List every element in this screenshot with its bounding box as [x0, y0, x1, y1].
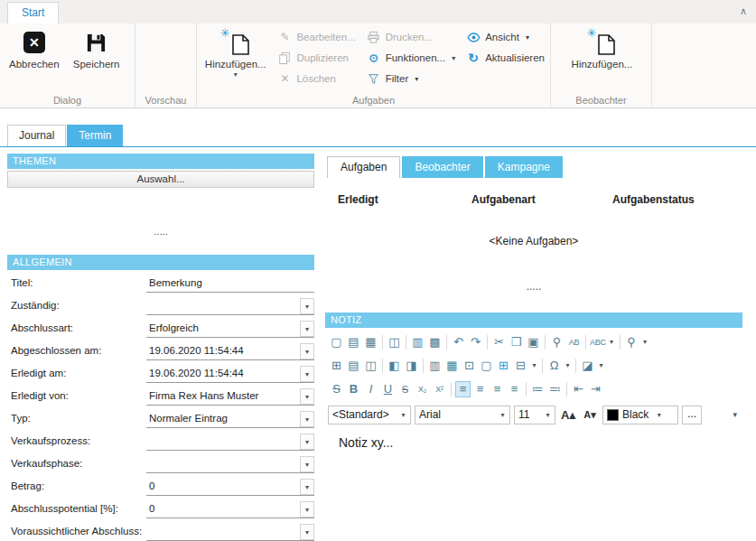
all-borders-icon[interactable]: ⊞ — [496, 358, 511, 374]
dropdown-arrow-icon[interactable]: ▾ — [300, 524, 314, 540]
print-options-icon[interactable]: ▩ — [427, 334, 443, 350]
speichern-button[interactable]: Speichern — [69, 26, 125, 93]
font-color-select[interactable]: Black ▾ — [602, 406, 678, 424]
toolbar-overflow-icon[interactable]: ▾ — [733, 410, 737, 419]
insert-row-icon[interactable]: ◨ — [404, 358, 419, 374]
dropdown-arrow-icon[interactable]: ▾ — [452, 54, 455, 62]
align-left-icon[interactable]: ≡ — [455, 381, 471, 397]
field-combo[interactable]: 19.06.2020 11:54:44▾ — [146, 365, 314, 383]
field-combo[interactable]: 19.06.2020 11:54:44▾ — [146, 342, 314, 360]
find-icon[interactable]: ⚲ — [549, 334, 565, 350]
dropdown-arrow-icon[interactable]: ▾ — [300, 456, 314, 472]
more-colors-button[interactable]: ... — [682, 406, 702, 424]
outdent-icon[interactable]: ⇤ — [571, 381, 586, 397]
dropdown-arrow-icon[interactable]: ▾ — [564, 358, 572, 374]
align-justify-icon[interactable]: ≡ — [507, 381, 522, 397]
drucken-button[interactable]: Drucken... — [365, 28, 458, 46]
filter-button[interactable]: Filter ▾ — [365, 70, 458, 88]
field-combo[interactable]: ▾ — [146, 455, 314, 473]
dropdown-arrow-icon[interactable]: ▾ — [300, 411, 314, 427]
dropdown-arrow-icon[interactable]: ▾ — [641, 334, 649, 350]
numbered-list-icon[interactable]: ≕ — [547, 381, 563, 397]
align-right-icon[interactable]: ≡ — [490, 381, 505, 397]
ansicht-button[interactable]: Ansicht ▾ — [464, 28, 546, 46]
italic-icon[interactable]: I — [363, 381, 378, 397]
copy-icon[interactable]: ❒ — [509, 334, 524, 350]
no-borders-icon[interactable]: ⊟ — [513, 358, 528, 374]
dropdown-arrow-icon[interactable]: ▾ — [300, 343, 314, 359]
field-combo[interactable]: Erfolgreich▾ — [146, 320, 314, 338]
grow-font-button[interactable]: A▴ — [559, 406, 577, 424]
subscript-icon[interactable]: X₂ — [415, 381, 430, 397]
insert-column-icon[interactable]: ◧ — [387, 358, 402, 374]
preview-icon[interactable]: ◫ — [387, 334, 402, 350]
tab-aufgaben[interactable]: Aufgaben — [327, 156, 400, 178]
tab-journal[interactable]: Journal — [7, 125, 66, 146]
tab-termin[interactable]: Termin — [67, 125, 123, 146]
loeschen-button[interactable]: ✕ Löschen — [275, 70, 357, 88]
dropdown-arrow-icon[interactable]: ▾ — [300, 366, 314, 382]
duplizieren-button[interactable]: Duplizieren — [275, 49, 357, 67]
dropdown-arrow-icon[interactable]: ▾ — [597, 358, 605, 374]
cut-icon[interactable]: ✂ — [491, 334, 507, 350]
font-family-select[interactable]: Arial ▾ — [415, 406, 510, 424]
field-combo[interactable]: Firma Rex Hans Muster▾ — [146, 387, 314, 406]
dropdown-arrow-icon[interactable]: ▾ — [530, 358, 538, 374]
auswahl-button[interactable]: Auswahl... — [7, 171, 314, 188]
dropdown-arrow-icon[interactable]: ▾ — [397, 406, 410, 424]
bearbeiten-button[interactable]: ✎ Bearbeiten... — [275, 28, 357, 46]
tab-kampagne[interactable]: Kampagne — [485, 156, 563, 178]
dropdown-arrow-icon[interactable]: ▾ — [300, 501, 314, 518]
funktionen-button[interactable]: ⚙ Funktionen... ▾ — [365, 49, 458, 67]
field-combo[interactable]: 0▾ — [146, 500, 314, 518]
field-combo[interactable]: ▾ — [146, 523, 314, 541]
dropdown-arrow-icon[interactable]: ▾ — [300, 479, 314, 495]
ribbon-tab-start[interactable]: Start — [7, 2, 59, 24]
dropdown-arrow-icon[interactable]: ▾ — [496, 406, 509, 424]
cell-shading-icon[interactable]: ▦ — [444, 358, 460, 374]
dropdown-arrow-icon[interactable]: ▾ — [300, 298, 314, 314]
format-eraser-icon[interactable]: ◪ — [580, 358, 595, 374]
field-input[interactable]: Bemerkung — [146, 275, 314, 293]
replace-font-icon[interactable]: AB — [566, 334, 582, 350]
table-properties-icon[interactable]: ▤ — [346, 358, 361, 374]
split-cells-icon[interactable]: ◫ — [363, 358, 378, 374]
outer-border-icon[interactable]: ▢ — [479, 358, 494, 374]
field-combo[interactable]: Normaler Eintrag▾ — [146, 410, 314, 428]
spellcheck-icon[interactable]: ABC — [590, 334, 606, 350]
redo-icon[interactable]: ↷ — [468, 334, 483, 350]
superscript-icon[interactable]: X² — [432, 381, 447, 397]
align-center-icon[interactable]: ≡ — [472, 381, 488, 397]
dropdown-arrow-icon[interactable]: ▾ — [415, 75, 418, 83]
indent-icon[interactable]: ⇥ — [588, 381, 603, 397]
collapse-ribbon-icon[interactable]: ∧ — [740, 5, 747, 17]
field-combo[interactable]: ▾ — [146, 433, 314, 451]
strikethrough-small-icon[interactable]: S — [397, 381, 413, 397]
inner-borders-icon[interactable]: ⊡ — [462, 358, 477, 374]
dropdown-arrow-icon[interactable]: ▾ — [300, 388, 314, 405]
font-size-select[interactable]: 11 ▾ — [514, 406, 555, 424]
dropdown-arrow-icon[interactable]: ▾ — [541, 406, 555, 424]
open-document-icon[interactable]: ▤ — [346, 334, 361, 350]
note-editor-text[interactable]: Notiz xy... — [339, 435, 393, 450]
zoom-icon[interactable]: ⚲ — [624, 334, 639, 350]
save-document-icon[interactable]: ▦ — [363, 334, 378, 350]
bullet-list-icon[interactable]: ≔ — [530, 381, 546, 397]
shrink-font-button[interactable]: A▾ — [581, 406, 599, 424]
field-combo[interactable]: ▾ — [146, 297, 314, 315]
paste-icon[interactable]: ▣ — [526, 334, 541, 350]
beobachter-hinzufuegen-button[interactable]: ✳ Hinzufügen... — [568, 26, 637, 93]
tab-beobachter[interactable]: Beobachter — [402, 156, 482, 178]
dropdown-arrow-icon[interactable]: ▾ — [300, 434, 314, 450]
insert-table-icon[interactable]: ⊞ — [329, 358, 344, 374]
field-combo[interactable]: 0▾ — [146, 478, 314, 496]
dropdown-arrow-icon[interactable]: ▾ — [608, 334, 616, 350]
dropdown-arrow-icon[interactable]: ▾ — [526, 33, 529, 42]
dropdown-arrow-icon[interactable]: ▾ — [234, 72, 238, 78]
special-character-icon[interactable]: Ω — [546, 358, 562, 374]
new-document-icon[interactable]: ▢ — [329, 334, 344, 350]
dropdown-arrow-icon[interactable]: ▾ — [300, 321, 314, 337]
print-icon[interactable]: ▥ — [410, 334, 425, 350]
strikethrough-icon[interactable]: S — [329, 381, 344, 397]
aufgabe-hinzufuegen-button[interactable]: ✳ Hinzufügen... ▾ — [202, 26, 268, 93]
